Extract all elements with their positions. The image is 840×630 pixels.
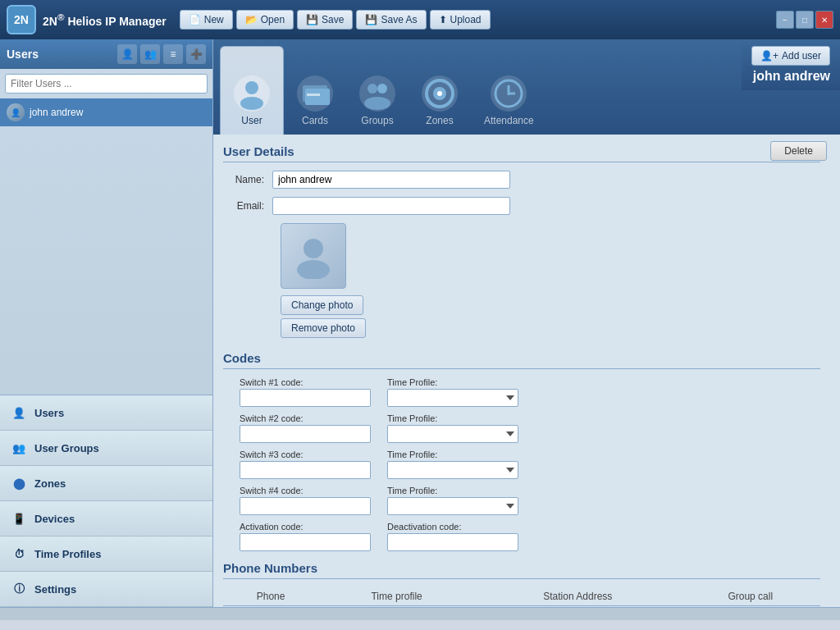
svg-point-14	[304, 239, 323, 258]
close-button[interactable]: ✕	[815, 11, 833, 29]
name-input[interactable]	[272, 171, 510, 189]
timeprofile1-select[interactable]	[387, 389, 518, 407]
switch3-field: Switch #3 code:	[240, 450, 371, 479]
sidebar-add-icon[interactable]: ➕	[186, 44, 206, 64]
save-button[interactable]: 💾 Save	[297, 10, 353, 30]
tab-zones[interactable]: Zones	[409, 46, 471, 135]
sidebar-header-icons: 👤 👥 ≡ ➕	[117, 44, 206, 64]
remove-photo-button[interactable]: Remove photo	[281, 318, 366, 338]
tab-attendance-label: Attendance	[484, 115, 534, 126]
timeprofile1-field: Time Profile:	[387, 377, 518, 407]
code-row-4: Switch #4 code: Time Profile:	[240, 486, 820, 515]
svg-rect-3	[305, 89, 330, 105]
nav-users-label: Users	[34, 407, 64, 419]
tab-user-label: User	[241, 115, 262, 126]
sidebar-header: Users 👤 👥 ≡ ➕	[0, 39, 212, 69]
minimize-button[interactable]: −	[776, 11, 794, 29]
open-button[interactable]: 📂 Open	[236, 10, 294, 30]
phone-col-time: Time profile	[318, 587, 475, 606]
user-groups-icon: 👥	[10, 439, 28, 457]
saveas-button[interactable]: 💾 Save As	[356, 10, 426, 30]
svg-point-6	[377, 84, 387, 94]
sidebar-item-users[interactable]: 👤 Users	[0, 395, 212, 431]
window-controls: − □ ✕	[776, 11, 833, 29]
svg-point-5	[368, 84, 377, 94]
codes-section: Switch #1 code: Time Profile: Switch #2 …	[223, 377, 820, 551]
phone-table: Phone Time profile Station Address Group…	[223, 587, 820, 606]
titlebar: 2N 2N® Helios IP Manager 📄 New 📂 Open 💾 …	[0, 0, 840, 39]
sidebar: Users 👤 👥 ≡ ➕ 👤 john andrew 👤 Users 👥 U	[0, 39, 213, 607]
switch1-label: Switch #1 code:	[240, 377, 371, 387]
new-button[interactable]: 📄 New	[180, 10, 233, 30]
tab-user-icon	[234, 75, 270, 112]
change-photo-button[interactable]: Change photo	[281, 295, 363, 315]
devices-icon: 📱	[10, 509, 28, 527]
users-icon: 👤	[10, 404, 28, 422]
sidebar-users-icon[interactable]: 👥	[140, 44, 160, 64]
deactivation-field: Deactivation code:	[387, 522, 518, 551]
email-label: Email:	[223, 200, 272, 212]
user-details-title: User Details	[223, 144, 820, 162]
timeprofile2-select[interactable]	[387, 425, 518, 443]
switch2-label: Switch #2 code:	[240, 413, 371, 423]
activation-input[interactable]	[240, 533, 371, 551]
phone-numbers-title: Phone Numbers	[223, 561, 820, 579]
tab-zones-label: Zones	[426, 115, 453, 126]
svg-point-1	[240, 97, 263, 110]
saveas-icon: 💾	[365, 14, 377, 25]
tab-groups-icon	[359, 75, 395, 112]
switch1-input[interactable]	[240, 389, 371, 407]
timeprofile4-label: Time Profile:	[387, 486, 518, 495]
tab-cards[interactable]: Cards	[284, 46, 346, 135]
maximize-button[interactable]: □	[796, 11, 814, 29]
content-panel: 👤+ Add user john andrew User	[213, 39, 840, 607]
activation-row: Activation code: Deactivation code:	[240, 522, 820, 551]
sidebar-item-zones[interactable]: ⬤ Zones	[0, 466, 212, 501]
upload-button[interactable]: ⬆ Upload	[430, 10, 491, 30]
tab-bar: 👤+ Add user john andrew User	[213, 39, 840, 135]
user-avatar-small: 👤	[7, 103, 25, 121]
name-label: Name:	[223, 174, 272, 185]
email-input[interactable]	[272, 197, 510, 215]
timeprofile2-label: Time Profile:	[387, 413, 518, 423]
sidebar-user-icon[interactable]: 👤	[117, 44, 137, 64]
tab-groups[interactable]: Groups	[346, 46, 409, 135]
tab-cards-label: Cards	[302, 115, 328, 126]
tab-attendance[interactable]: Attendance	[471, 46, 547, 135]
sidebar-item-settings[interactable]: ⓘ Settings	[0, 572, 212, 607]
tab-user[interactable]: User	[220, 46, 284, 135]
sidebar-title: Users	[7, 48, 39, 61]
user-list-item[interactable]: 👤 john andrew	[0, 98, 212, 126]
codes-title: Codes	[223, 351, 820, 369]
timeprofile1-label: Time Profile:	[387, 377, 518, 387]
app-title: 2N® Helios IP Manager	[43, 11, 167, 28]
delete-button[interactable]: Delete	[770, 141, 827, 161]
current-user-name: john andrew	[753, 69, 830, 84]
sidebar-list-icon[interactable]: ≡	[163, 44, 183, 64]
switch2-input[interactable]	[240, 425, 371, 443]
switch4-input[interactable]	[240, 497, 371, 515]
name-row: Name:	[223, 171, 820, 189]
add-user-icon: 👤+	[760, 50, 778, 62]
switch1-field: Switch #1 code:	[240, 377, 371, 407]
svg-rect-4	[307, 94, 320, 96]
nav-time-profiles-label: Time Profiles	[34, 548, 101, 560]
deactivation-input[interactable]	[387, 533, 518, 551]
nav-devices-label: Devices	[34, 513, 75, 525]
add-user-button[interactable]: 👤+ Add user	[751, 46, 830, 66]
code-row-2: Switch #2 code: Time Profile:	[240, 413, 820, 443]
user-filter-input[interactable]	[5, 74, 208, 94]
timeprofile3-select[interactable]	[387, 461, 518, 479]
user-photo	[281, 223, 346, 289]
switch3-input[interactable]	[240, 461, 371, 479]
user-list: 👤 john andrew	[0, 98, 212, 395]
sidebar-item-time-profiles[interactable]: ⏱ Time Profiles	[0, 536, 212, 572]
bottom-scrollbar[interactable]	[0, 607, 840, 620]
timeprofile3-field: Time Profile:	[387, 450, 518, 479]
email-row: Email:	[223, 197, 820, 215]
timeprofile4-select[interactable]	[387, 497, 518, 515]
sidebar-item-user-groups[interactable]: 👥 User Groups	[0, 431, 212, 466]
sidebar-item-devices[interactable]: 📱 Devices	[0, 501, 212, 536]
deactivation-label: Deactivation code:	[387, 522, 518, 532]
upload-icon: ⬆	[439, 14, 447, 25]
